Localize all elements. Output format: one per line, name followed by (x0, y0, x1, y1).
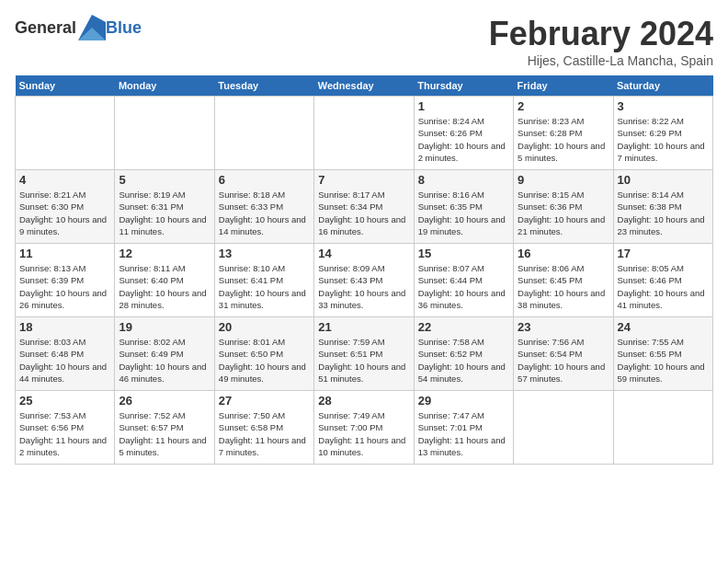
calendar-subtitle: Hijes, Castille-La Mancha, Spain (489, 53, 713, 68)
day-of-week-header: Saturday (613, 75, 712, 97)
day-info: Sunrise: 8:22 AM Sunset: 6:29 PM Dayligh… (618, 115, 709, 164)
day-number: 9 (518, 173, 609, 187)
day-number: 27 (219, 394, 310, 408)
day-info: Sunrise: 8:10 AM Sunset: 6:41 PM Dayligh… (219, 262, 310, 311)
day-number: 18 (19, 320, 110, 334)
day-info: Sunrise: 8:06 AM Sunset: 6:45 PM Dayligh… (518, 262, 609, 311)
day-number: 20 (219, 320, 310, 334)
day-info: Sunrise: 8:02 AM Sunset: 6:49 PM Dayligh… (119, 336, 210, 385)
day-info: Sunrise: 8:17 AM Sunset: 6:34 PM Dayligh… (318, 189, 409, 237)
calendar-day-cell (16, 97, 115, 170)
day-info: Sunrise: 8:16 AM Sunset: 6:35 PM Dayligh… (418, 189, 509, 237)
calendar-day-cell: 19Sunrise: 8:02 AM Sunset: 6:49 PM Dayli… (115, 317, 214, 391)
day-number: 25 (19, 394, 110, 408)
day-number: 29 (418, 394, 509, 408)
day-info: Sunrise: 7:50 AM Sunset: 6:58 PM Dayligh… (219, 409, 310, 458)
day-info: Sunrise: 8:24 AM Sunset: 6:26 PM Dayligh… (418, 115, 509, 164)
day-number: 2 (518, 99, 609, 113)
calendar-week-row: 4Sunrise: 8:21 AM Sunset: 6:30 PM Daylig… (16, 170, 713, 244)
calendar-day-cell: 26Sunrise: 7:52 AM Sunset: 6:57 PM Dayli… (115, 391, 214, 465)
day-number: 19 (119, 320, 210, 334)
day-info: Sunrise: 7:53 AM Sunset: 6:56 PM Dayligh… (19, 409, 110, 458)
calendar-day-cell: 24Sunrise: 7:55 AM Sunset: 6:55 PM Dayli… (613, 317, 712, 391)
day-info: Sunrise: 7:52 AM Sunset: 6:57 PM Dayligh… (119, 409, 210, 458)
day-number: 13 (219, 247, 310, 260)
calendar-day-cell: 15Sunrise: 8:07 AM Sunset: 6:44 PM Dayli… (414, 244, 513, 317)
calendar-day-cell: 20Sunrise: 8:01 AM Sunset: 6:50 PM Dayli… (214, 317, 313, 391)
calendar-day-cell (514, 391, 613, 465)
calendar-week-row: 18Sunrise: 8:03 AM Sunset: 6:48 PM Dayli… (16, 317, 713, 391)
day-info: Sunrise: 8:23 AM Sunset: 6:28 PM Dayligh… (518, 115, 609, 164)
calendar-day-cell: 18Sunrise: 8:03 AM Sunset: 6:48 PM Dayli… (16, 317, 115, 391)
calendar-day-cell: 27Sunrise: 7:50 AM Sunset: 6:58 PM Dayli… (214, 391, 313, 465)
day-info: Sunrise: 8:13 AM Sunset: 6:39 PM Dayligh… (19, 262, 110, 311)
day-info: Sunrise: 7:49 AM Sunset: 7:00 PM Dayligh… (318, 409, 409, 458)
calendar-day-cell (314, 97, 414, 170)
day-info: Sunrise: 8:19 AM Sunset: 6:31 PM Dayligh… (119, 189, 210, 237)
day-number: 14 (318, 247, 409, 260)
calendar-day-cell: 29Sunrise: 7:47 AM Sunset: 7:01 PM Dayli… (414, 391, 513, 465)
day-number: 23 (518, 320, 609, 334)
day-of-week-header: Monday (115, 75, 214, 97)
calendar-header-row: SundayMondayTuesdayWednesdayThursdayFrid… (16, 75, 713, 97)
day-number: 24 (618, 320, 709, 334)
calendar-day-cell: 3Sunrise: 8:22 AM Sunset: 6:29 PM Daylig… (613, 97, 712, 170)
day-info: Sunrise: 8:05 AM Sunset: 6:46 PM Dayligh… (618, 262, 709, 311)
calendar-day-cell: 12Sunrise: 8:11 AM Sunset: 6:40 PM Dayli… (115, 244, 214, 317)
day-number: 1 (418, 99, 509, 113)
calendar-day-cell: 25Sunrise: 7:53 AM Sunset: 6:56 PM Dayli… (16, 391, 115, 465)
day-info: Sunrise: 8:03 AM Sunset: 6:48 PM Dayligh… (19, 336, 110, 385)
calendar-day-cell (613, 391, 712, 465)
day-number: 5 (119, 173, 210, 187)
calendar-day-cell: 16Sunrise: 8:06 AM Sunset: 6:45 PM Dayli… (514, 244, 613, 317)
day-info: Sunrise: 8:07 AM Sunset: 6:44 PM Dayligh… (418, 262, 509, 311)
calendar-day-cell: 23Sunrise: 7:56 AM Sunset: 6:54 PM Dayli… (514, 317, 613, 391)
day-number: 15 (418, 247, 509, 260)
day-of-week-header: Tuesday (214, 75, 313, 97)
day-number: 11 (19, 247, 110, 260)
calendar-day-cell: 2Sunrise: 8:23 AM Sunset: 6:28 PM Daylig… (514, 97, 613, 170)
day-of-week-header: Friday (514, 75, 613, 97)
day-number: 28 (318, 394, 409, 408)
calendar-day-cell: 1Sunrise: 8:24 AM Sunset: 6:26 PM Daylig… (414, 97, 513, 170)
calendar-day-cell (115, 97, 214, 170)
logo-icon (78, 15, 106, 40)
day-number: 8 (418, 173, 509, 187)
logo: General Blue (15, 15, 142, 40)
logo-general: General (15, 18, 76, 38)
calendar-week-row: 11Sunrise: 8:13 AM Sunset: 6:39 PM Dayli… (16, 244, 713, 317)
day-info: Sunrise: 7:56 AM Sunset: 6:54 PM Dayligh… (518, 336, 609, 385)
calendar-day-cell: 6Sunrise: 8:18 AM Sunset: 6:33 PM Daylig… (214, 170, 313, 244)
day-of-week-header: Sunday (16, 75, 115, 97)
calendar-day-cell: 5Sunrise: 8:19 AM Sunset: 6:31 PM Daylig… (115, 170, 214, 244)
day-info: Sunrise: 7:59 AM Sunset: 6:51 PM Dayligh… (318, 336, 409, 385)
day-info: Sunrise: 7:58 AM Sunset: 6:52 PM Dayligh… (418, 336, 509, 385)
calendar-day-cell: 28Sunrise: 7:49 AM Sunset: 7:00 PM Dayli… (314, 391, 414, 465)
day-of-week-header: Wednesday (314, 75, 414, 97)
day-info: Sunrise: 8:21 AM Sunset: 6:30 PM Dayligh… (19, 189, 110, 237)
calendar-day-cell: 21Sunrise: 7:59 AM Sunset: 6:51 PM Dayli… (314, 317, 414, 391)
calendar-day-cell: 7Sunrise: 8:17 AM Sunset: 6:34 PM Daylig… (314, 170, 414, 244)
day-info: Sunrise: 7:55 AM Sunset: 6:55 PM Dayligh… (618, 336, 709, 385)
calendar-title: February 2024 (489, 15, 713, 53)
day-info: Sunrise: 7:47 AM Sunset: 7:01 PM Dayligh… (418, 409, 509, 458)
day-info: Sunrise: 8:11 AM Sunset: 6:40 PM Dayligh… (119, 262, 210, 311)
day-info: Sunrise: 8:15 AM Sunset: 6:36 PM Dayligh… (518, 189, 609, 237)
day-number: 4 (19, 173, 110, 187)
day-info: Sunrise: 8:01 AM Sunset: 6:50 PM Dayligh… (219, 336, 310, 385)
calendar-week-row: 25Sunrise: 7:53 AM Sunset: 6:56 PM Dayli… (16, 391, 713, 465)
day-number: 12 (119, 247, 210, 260)
day-number: 21 (318, 320, 409, 334)
calendar-week-row: 1Sunrise: 8:24 AM Sunset: 6:26 PM Daylig… (16, 97, 713, 170)
calendar-day-cell: 4Sunrise: 8:21 AM Sunset: 6:30 PM Daylig… (16, 170, 115, 244)
day-info: Sunrise: 8:14 AM Sunset: 6:38 PM Dayligh… (618, 189, 709, 237)
calendar-day-cell (214, 97, 313, 170)
calendar-day-cell: 13Sunrise: 8:10 AM Sunset: 6:41 PM Dayli… (214, 244, 313, 317)
day-of-week-header: Thursday (414, 75, 513, 97)
day-number: 26 (119, 394, 210, 408)
day-number: 22 (418, 320, 509, 334)
day-number: 10 (618, 173, 709, 187)
day-number: 16 (518, 247, 609, 260)
calendar-day-cell: 14Sunrise: 8:09 AM Sunset: 6:43 PM Dayli… (314, 244, 414, 317)
calendar-day-cell: 11Sunrise: 8:13 AM Sunset: 6:39 PM Dayli… (16, 244, 115, 317)
